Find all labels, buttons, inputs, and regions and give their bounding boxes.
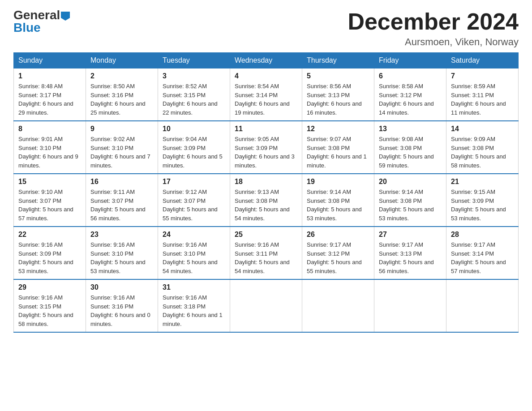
calendar-cell: 21Sunrise: 9:15 AMSunset: 3:09 PMDayligh…: [446, 174, 519, 227]
calendar-week-row: 1Sunrise: 8:48 AMSunset: 3:17 PMDaylight…: [14, 68, 519, 121]
calendar-week-row: 8Sunrise: 9:01 AMSunset: 3:10 PMDaylight…: [14, 121, 519, 174]
day-info: Sunrise: 8:58 AMSunset: 3:12 PMDaylight:…: [379, 82, 442, 117]
title-section: December 2024 Aursmoen, Viken, Norway: [348, 9, 519, 48]
day-number: 22: [18, 231, 81, 239]
day-info: Sunrise: 9:09 AMSunset: 3:08 PMDaylight:…: [451, 135, 514, 170]
day-info: Sunrise: 9:08 AMSunset: 3:08 PMDaylight:…: [379, 135, 442, 170]
day-info: Sunrise: 8:56 AMSunset: 3:13 PMDaylight:…: [307, 82, 369, 117]
calendar-week-row: 22Sunrise: 9:16 AMSunset: 3:09 PMDayligh…: [14, 227, 519, 279]
calendar-week-row: 15Sunrise: 9:10 AMSunset: 3:07 PMDayligh…: [14, 174, 519, 227]
day-info: Sunrise: 8:52 AMSunset: 3:15 PMDaylight:…: [163, 82, 225, 117]
day-number: 24: [163, 231, 225, 239]
day-number: 10: [163, 125, 225, 133]
day-info: Sunrise: 9:16 AMSunset: 3:18 PMDaylight:…: [163, 293, 225, 328]
calendar-cell: 11Sunrise: 9:05 AMSunset: 3:09 PMDayligh…: [230, 121, 302, 174]
day-number: 20: [379, 178, 442, 186]
day-number: 9: [90, 125, 153, 133]
day-number: 3: [163, 72, 225, 80]
day-info: Sunrise: 9:14 AMSunset: 3:08 PMDaylight:…: [379, 188, 442, 223]
day-number: 25: [235, 231, 297, 239]
calendar-cell: 12Sunrise: 9:07 AMSunset: 3:08 PMDayligh…: [302, 121, 374, 174]
calendar-cell: [374, 279, 446, 332]
weekday-header-tuesday: Tuesday: [158, 53, 230, 68]
day-info: Sunrise: 9:01 AMSunset: 3:10 PMDaylight:…: [18, 135, 81, 170]
day-info: Sunrise: 9:07 AMSunset: 3:08 PMDaylight:…: [307, 135, 369, 170]
day-info: Sunrise: 9:11 AMSunset: 3:07 PMDaylight:…: [90, 188, 153, 223]
day-number: 14: [451, 125, 514, 133]
weekday-header-wednesday: Wednesday: [230, 53, 302, 68]
logo-blue: Blue: [13, 21, 41, 34]
calendar-cell: 30Sunrise: 9:16 AMSunset: 3:16 PMDayligh…: [86, 279, 158, 332]
calendar-cell: 5Sunrise: 8:56 AMSunset: 3:13 PMDaylight…: [302, 68, 374, 121]
day-info: Sunrise: 9:04 AMSunset: 3:09 PMDaylight:…: [163, 135, 225, 170]
calendar-cell: 6Sunrise: 8:58 AMSunset: 3:12 PMDaylight…: [374, 68, 446, 121]
day-info: Sunrise: 9:14 AMSunset: 3:08 PMDaylight:…: [307, 188, 369, 223]
calendar-cell: 25Sunrise: 9:16 AMSunset: 3:11 PMDayligh…: [230, 227, 302, 279]
day-number: 31: [163, 283, 225, 291]
day-number: 23: [90, 231, 153, 239]
day-number: 8: [18, 125, 81, 133]
calendar-cell: 28Sunrise: 9:17 AMSunset: 3:14 PMDayligh…: [446, 227, 519, 279]
calendar-cell: 8Sunrise: 9:01 AMSunset: 3:10 PMDaylight…: [14, 121, 86, 174]
day-number: 30: [90, 283, 153, 291]
day-number: 21: [451, 178, 514, 186]
calendar-cell: 18Sunrise: 9:13 AMSunset: 3:08 PMDayligh…: [230, 174, 302, 227]
day-number: 29: [18, 283, 81, 291]
calendar-cell: 19Sunrise: 9:14 AMSunset: 3:08 PMDayligh…: [302, 174, 374, 227]
day-number: 7: [451, 72, 514, 80]
calendar-cell: 3Sunrise: 8:52 AMSunset: 3:15 PMDaylight…: [158, 68, 230, 121]
day-number: 17: [163, 178, 225, 186]
day-number: 6: [379, 72, 442, 80]
day-info: Sunrise: 9:12 AMSunset: 3:07 PMDaylight:…: [163, 188, 225, 223]
day-info: Sunrise: 9:16 AMSunset: 3:16 PMDaylight:…: [90, 293, 153, 328]
day-number: 4: [235, 72, 297, 80]
calendar-table: SundayMondayTuesdayWednesdayThursdayFrid…: [13, 52, 519, 333]
calendar-cell: [446, 279, 519, 332]
day-number: 12: [307, 125, 369, 133]
day-number: 26: [307, 231, 369, 239]
day-info: Sunrise: 9:13 AMSunset: 3:08 PMDaylight:…: [235, 188, 297, 223]
day-info: Sunrise: 8:54 AMSunset: 3:14 PMDaylight:…: [235, 82, 297, 117]
day-info: Sunrise: 9:17 AMSunset: 3:13 PMDaylight:…: [379, 240, 442, 275]
day-info: Sunrise: 8:50 AMSunset: 3:16 PMDaylight:…: [90, 82, 153, 117]
day-number: 1: [18, 72, 81, 80]
day-number: 27: [379, 231, 442, 239]
day-number: 19: [307, 178, 369, 186]
day-info: Sunrise: 9:05 AMSunset: 3:09 PMDaylight:…: [235, 135, 297, 170]
page-header: General Blue December 2024 Aursmoen, Vik…: [13, 9, 519, 48]
day-info: Sunrise: 9:16 AMSunset: 3:10 PMDaylight:…: [90, 240, 153, 275]
day-info: Sunrise: 9:10 AMSunset: 3:07 PMDaylight:…: [18, 188, 81, 223]
day-number: 11: [235, 125, 297, 133]
calendar-cell: 13Sunrise: 9:08 AMSunset: 3:08 PMDayligh…: [374, 121, 446, 174]
day-info: Sunrise: 9:16 AMSunset: 3:15 PMDaylight:…: [18, 293, 81, 328]
calendar-cell: 23Sunrise: 9:16 AMSunset: 3:10 PMDayligh…: [86, 227, 158, 279]
day-info: Sunrise: 8:48 AMSunset: 3:17 PMDaylight:…: [18, 82, 81, 117]
day-number: 13: [379, 125, 442, 133]
day-info: Sunrise: 9:16 AMSunset: 3:10 PMDaylight:…: [163, 240, 225, 275]
logo-general: General: [13, 9, 60, 21]
weekday-header-thursday: Thursday: [302, 53, 374, 68]
day-number: 16: [90, 178, 153, 186]
calendar-cell: 22Sunrise: 9:16 AMSunset: 3:09 PMDayligh…: [14, 227, 86, 279]
calendar-cell: 29Sunrise: 9:16 AMSunset: 3:15 PMDayligh…: [14, 279, 86, 332]
calendar-cell: [230, 279, 302, 332]
month-title: December 2024: [348, 9, 519, 34]
calendar-cell: [302, 279, 374, 332]
svg-marker-0: [61, 12, 70, 21]
day-info: Sunrise: 9:17 AMSunset: 3:12 PMDaylight:…: [307, 240, 369, 275]
weekday-header-saturday: Saturday: [446, 53, 519, 68]
calendar-cell: 15Sunrise: 9:10 AMSunset: 3:07 PMDayligh…: [14, 174, 86, 227]
calendar-cell: 17Sunrise: 9:12 AMSunset: 3:07 PMDayligh…: [158, 174, 230, 227]
weekday-header-row: SundayMondayTuesdayWednesdayThursdayFrid…: [14, 53, 519, 68]
calendar-cell: 26Sunrise: 9:17 AMSunset: 3:12 PMDayligh…: [302, 227, 374, 279]
day-number: 15: [18, 178, 81, 186]
calendar-cell: 7Sunrise: 8:59 AMSunset: 3:11 PMDaylight…: [446, 68, 519, 121]
calendar-cell: 4Sunrise: 8:54 AMSunset: 3:14 PMDaylight…: [230, 68, 302, 121]
calendar-cell: 1Sunrise: 8:48 AMSunset: 3:17 PMDaylight…: [14, 68, 86, 121]
logo: General Blue: [13, 9, 70, 34]
day-info: Sunrise: 9:15 AMSunset: 3:09 PMDaylight:…: [451, 188, 514, 223]
calendar-cell: 2Sunrise: 8:50 AMSunset: 3:16 PMDaylight…: [86, 68, 158, 121]
day-info: Sunrise: 9:16 AMSunset: 3:09 PMDaylight:…: [18, 240, 81, 275]
calendar-week-row: 29Sunrise: 9:16 AMSunset: 3:15 PMDayligh…: [14, 279, 519, 332]
calendar-cell: 14Sunrise: 9:09 AMSunset: 3:08 PMDayligh…: [446, 121, 519, 174]
